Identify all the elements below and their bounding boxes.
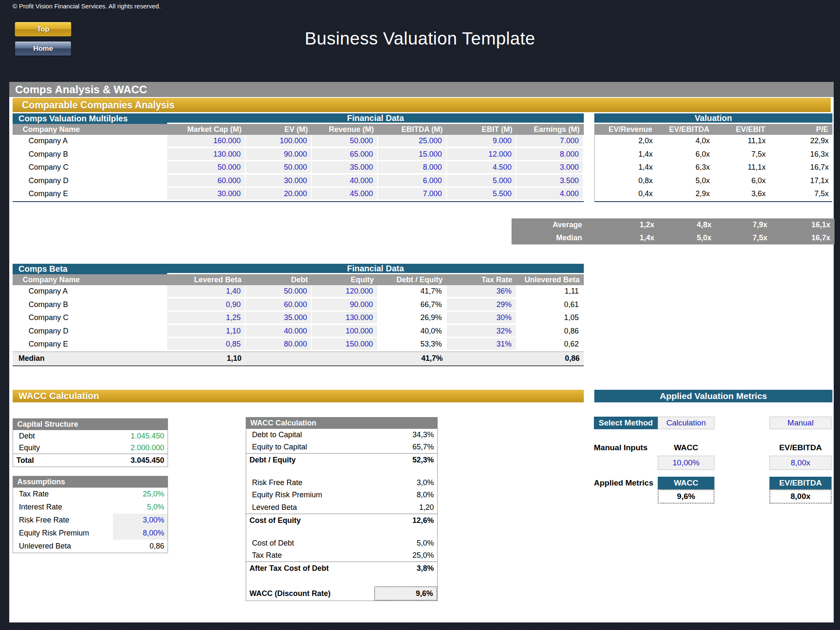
col-market-cap: Market Cap (M) [167, 124, 246, 135]
median-ev-ebit: 7,5x [716, 231, 772, 244]
input-cell[interactable]: 50.000 [312, 135, 378, 148]
business-valuation-app: © Profit Vision Financial Services. All … [0, 0, 840, 630]
input-cell[interactable]: 30% [447, 312, 517, 325]
input-cell[interactable]: 150.000 [312, 338, 378, 352]
input-cell[interactable]: 5.000 [447, 175, 517, 188]
input-cell[interactable]: 120.000 [312, 285, 378, 299]
input-cell[interactable]: 1,25 [167, 312, 246, 325]
input-cell[interactable]: 40.000 [312, 175, 378, 188]
calc-cell: 0,62 [517, 338, 584, 352]
input-cell[interactable]: 4.500 [447, 161, 517, 175]
applied-ev-ebitda-value: 8,00x [769, 489, 832, 504]
input-cell[interactable]: 6.000 [378, 175, 447, 188]
manual-ev-ebitda-input[interactable]: 8,00x [769, 456, 832, 470]
input-cell[interactable]: 7.000 [378, 188, 447, 201]
valuation-table: Valuation EV/Revenue EV/EBITDA EV/EBIT P… [594, 113, 832, 202]
input-cell[interactable]: 29% [447, 299, 517, 312]
input-cell[interactable]: 36% [447, 285, 517, 299]
top-button[interactable]: Top [15, 22, 71, 37]
input-cell[interactable]: 3.500 [517, 175, 584, 188]
input-cell[interactable]: 1,40 [167, 285, 246, 299]
input-cell[interactable]: 80.000 [246, 338, 312, 352]
debt-to-capital-row: Debt to Capital 34,3% [246, 429, 437, 441]
comps-beta-median-row: Median 1,10 41,7% 0,86 [13, 352, 584, 366]
input-cell[interactable]: 4.000 [517, 188, 584, 201]
calc-cell: 11,1x [714, 161, 770, 175]
input-cell[interactable]: 7.000 [517, 135, 584, 148]
table-row: 1,4x 6,3x 11,1x 16,7x [595, 161, 832, 175]
input-cell[interactable]: 20.000 [246, 188, 312, 201]
calc-cell: 17,1x [770, 175, 833, 188]
input-cell[interactable]: 40.000 [246, 325, 312, 339]
input-cell[interactable]: 130.000 [167, 148, 246, 162]
empty-cell [246, 352, 312, 365]
equity-risk-premium-label: Equity Risk Premium [13, 529, 113, 538]
calc-cell: 6,0x [714, 175, 770, 188]
select-method-label: Select Method [599, 418, 653, 428]
input-cell[interactable]: 12.000 [447, 148, 517, 162]
calc-cell: 3,6x [714, 188, 770, 201]
col-ev: EV (M) [246, 124, 312, 135]
input-cell[interactable]: 0,90 [167, 299, 246, 312]
risk-free-rate-input[interactable]: 3,00% [113, 514, 168, 527]
input-cell[interactable]: 50.000 [167, 161, 246, 175]
input-cell[interactable]: 9.000 [447, 135, 517, 148]
debt-value[interactable]: 1.045.450 [113, 432, 168, 441]
after-tax-cost-of-debt-row: After Tax Cost of Debt 3,8% [246, 562, 437, 575]
input-cell[interactable]: 30.000 [167, 188, 246, 201]
calc-cell: 41,7% [378, 285, 447, 299]
calc-cell: 1,11 [517, 285, 584, 299]
input-cell[interactable]: 100.000 [246, 135, 312, 148]
company-name-cell: Company B [13, 299, 167, 312]
input-cell[interactable]: 50.000 [246, 285, 312, 299]
spacer [246, 575, 437, 586]
valuation-title: Valuation [594, 113, 832, 124]
comps-multiples-column-header: Company Name Market Cap (M) EV (M) Reven… [13, 124, 584, 135]
input-cell[interactable]: 1,10 [167, 325, 246, 339]
input-cell[interactable]: 35.000 [246, 312, 312, 325]
input-cell[interactable]: 3.000 [517, 161, 584, 175]
input-cell[interactable]: 35.000 [312, 161, 378, 175]
input-cell[interactable]: 130.000 [312, 312, 378, 325]
manual-method-button[interactable]: Manual [769, 417, 832, 429]
col-ev-ebit: EV/EBIT [714, 124, 769, 135]
input-cell[interactable]: 30.000 [246, 175, 312, 188]
assumptions-table: Assumptions Tax Rate 25,0% Interest Rate… [13, 476, 168, 553]
calc-cell: 0,8x [595, 175, 657, 188]
equity-value[interactable]: 2.000.000 [113, 444, 168, 452]
manual-wacc-input[interactable]: 10,00% [658, 456, 714, 470]
comps-beta-column-header: Company Name Levered Beta Debt Equity De… [13, 274, 584, 285]
input-cell[interactable]: 160.000 [167, 135, 246, 148]
cost-of-equity-value: 12,6% [383, 516, 437, 525]
input-cell[interactable]: 31% [447, 338, 517, 352]
input-cell[interactable]: 100.000 [312, 325, 378, 339]
home-button[interactable]: Home [15, 41, 71, 56]
input-cell[interactable]: 60.000 [246, 299, 312, 312]
select-method-button[interactable]: Select Method [594, 417, 658, 429]
input-cell[interactable]: 45.000 [312, 188, 378, 201]
input-cell[interactable]: 50.000 [246, 161, 312, 175]
interest-rate-value[interactable]: 5,0% [113, 503, 168, 512]
table-row: Company B 0,90 60.000 90.000 66,7% 29% 0… [13, 299, 584, 312]
input-cell[interactable]: 25.000 [378, 135, 447, 148]
input-cell[interactable]: 8.000 [378, 161, 447, 175]
comps-beta-header-bar: Comps Beta Financial Data [13, 264, 584, 274]
input-cell[interactable]: 32% [447, 325, 517, 339]
input-cell[interactable]: 65.000 [312, 148, 378, 162]
median-unlevered-beta: 0,86 [517, 352, 584, 365]
table-row: Company D 60.000 30.000 40.000 6.000 5.0… [13, 175, 584, 188]
equity-risk-premium-input[interactable]: 8,00% [113, 527, 168, 540]
home-button-label: Home [33, 45, 53, 53]
calculation-method-button[interactable]: Calculation [658, 417, 714, 429]
input-cell[interactable]: 5.500 [447, 188, 517, 201]
input-cell[interactable]: 0,85 [167, 338, 246, 352]
manual-inputs-label: Manual Inputs [594, 442, 661, 453]
table-row: 2,0x 4,0x 11,1x 22,9x [595, 135, 832, 148]
input-cell[interactable]: 90.000 [246, 148, 312, 162]
cost-of-debt-value: 5,0% [383, 539, 437, 548]
input-cell[interactable]: 15.000 [378, 148, 447, 162]
tax-rate-value[interactable]: 25,0% [113, 490, 168, 499]
input-cell[interactable]: 60.000 [167, 175, 246, 188]
input-cell[interactable]: 90.000 [312, 299, 378, 312]
input-cell[interactable]: 8.000 [517, 148, 584, 162]
